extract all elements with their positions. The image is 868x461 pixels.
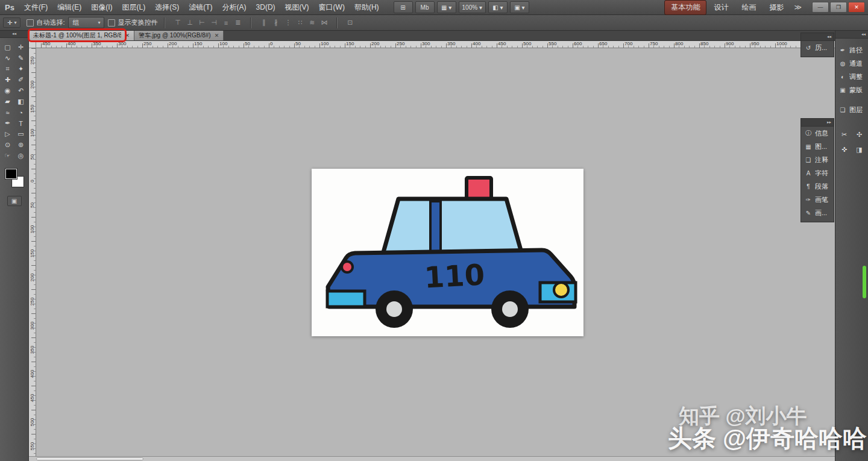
close-button[interactable]: ✕ bbox=[848, 2, 865, 13]
document-tab-police-car[interactable]: 警车.jpg @ 100%(RGB/8#) ✕ bbox=[134, 30, 224, 40]
menu-item[interactable]: 滤镜(T) bbox=[184, 0, 217, 15]
3d-rotate-tool[interactable]: ⊙ bbox=[1, 140, 14, 150]
app-bar-tool-button[interactable]: ▦ ▾ bbox=[437, 1, 456, 13]
align-icon-button[interactable]: ⊥ bbox=[184, 17, 195, 28]
pen-tool[interactable]: ✒ bbox=[1, 118, 14, 128]
distribute-icon-button[interactable]: ∦ bbox=[270, 17, 281, 28]
restore-button[interactable]: ❐ bbox=[830, 2, 847, 13]
workspace-essentials-button[interactable]: 基本功能 bbox=[664, 0, 706, 15]
history-brush-tool[interactable]: ↶ bbox=[14, 86, 28, 96]
blur-tool[interactable]: ≈ bbox=[1, 107, 14, 118]
document-image[interactable]: 110 bbox=[312, 169, 583, 336]
clone-stamp-tool[interactable]: ◉ bbox=[1, 86, 14, 96]
distribute-icon-button[interactable]: ⋈ bbox=[318, 17, 330, 28]
scrollbar-thumb[interactable] bbox=[36, 457, 143, 460]
menu-item[interactable]: 分析(A) bbox=[218, 0, 251, 15]
app-bar-tool-button[interactable]: ⊞ bbox=[394, 1, 413, 13]
rectangular-marquee-tool[interactable]: ▢ bbox=[1, 42, 14, 52]
menu-item[interactable]: 视图(V) bbox=[280, 0, 314, 15]
vertical-ruler[interactable]: 2502001501005005010015020025030035040045… bbox=[29, 48, 36, 456]
eyedropper-tool[interactable]: ✦ bbox=[14, 64, 28, 74]
collapsed-panel-icon-1[interactable]: ✂ bbox=[837, 128, 852, 140]
hand-tool[interactable]: ☞ bbox=[1, 151, 14, 161]
lasso-tool[interactable]: ∿ bbox=[1, 53, 14, 63]
align-icon-button[interactable]: ⊤ bbox=[172, 17, 183, 28]
panel-brush[interactable]: ✑ 画笔 bbox=[801, 193, 834, 206]
crop-tool[interactable]: ⌗ bbox=[1, 64, 14, 74]
toolbox-collapse-button[interactable]: ◂◂ bbox=[0, 30, 28, 38]
gradient-tool[interactable]: ◧ bbox=[14, 96, 28, 107]
auto-select-checkbox[interactable] bbox=[27, 19, 34, 27]
path-selection-tool[interactable]: ▷ bbox=[1, 129, 14, 139]
panel-brush-presets[interactable]: ✎ 画... bbox=[801, 206, 834, 219]
panel-tab-masks[interactable]: ▣ 蒙版 bbox=[835, 83, 868, 96]
close-tab-icon[interactable]: ✕ bbox=[125, 33, 130, 39]
3d-orbit-tool[interactable]: ⊛ bbox=[14, 140, 28, 150]
minimize-button[interactable]: — bbox=[812, 2, 829, 13]
app-bar-tool-button[interactable]: ▣ ▾ bbox=[510, 1, 529, 13]
type-tool[interactable]: T bbox=[14, 118, 28, 128]
canvas-area[interactable]: 110 bbox=[36, 48, 835, 456]
collapsed-panel-icon-2[interactable]: ✣ bbox=[852, 128, 867, 140]
app-bar-tool-button[interactable]: Mb bbox=[415, 1, 435, 13]
distribute-icon-button[interactable]: ≋ bbox=[306, 17, 318, 28]
dock-collapse-button[interactable]: ◂◂ bbox=[835, 30, 868, 39]
workspace-painting-button[interactable]: 绘画 bbox=[735, 1, 762, 14]
panel-history-button[interactable]: ↺ 历... bbox=[801, 41, 834, 54]
panel-character[interactable]: A 字符 bbox=[801, 166, 834, 180]
workspace-design-button[interactable]: 设计 bbox=[708, 1, 734, 14]
move-tool[interactable]: ✛ bbox=[14, 42, 28, 52]
foreground-color-swatch[interactable] bbox=[5, 169, 17, 179]
panel-info[interactable]: ⓘ 信息 bbox=[801, 127, 834, 140]
auto-align-icon-button[interactable]: ⊡ bbox=[344, 17, 356, 28]
menu-item[interactable]: 图像(I) bbox=[86, 0, 117, 15]
menu-item[interactable]: 选择(S) bbox=[150, 0, 184, 15]
show-transform-checkbox[interactable] bbox=[108, 19, 115, 27]
horizontal-ruler[interactable]: 4504003503002502001501005005010015020025… bbox=[36, 41, 835, 48]
menu-item[interactable]: 图层(L) bbox=[118, 0, 151, 15]
panel-paragraph[interactable]: ¶ 段落 bbox=[801, 180, 834, 193]
menu-item[interactable]: 文件(F) bbox=[19, 0, 52, 15]
ruler-origin-corner[interactable] bbox=[29, 41, 36, 48]
distribute-icon-button[interactable]: ∷ bbox=[294, 17, 306, 28]
scroll-indicator[interactable] bbox=[863, 266, 866, 298]
zoom-tool[interactable]: ◎ bbox=[14, 151, 28, 161]
collapsed-panel-icon-4[interactable]: ◨ bbox=[852, 143, 867, 155]
auto-select-scope-dropdown[interactable]: 组 ▾ bbox=[68, 17, 104, 28]
dodge-tool[interactable]: ◔ bbox=[14, 107, 28, 118]
workspace-more-button[interactable]: ≫ bbox=[791, 1, 805, 13]
panel-notes[interactable]: ❑ 注释 bbox=[801, 153, 834, 166]
align-icon-button[interactable]: ≣ bbox=[232, 17, 244, 28]
align-icon-button[interactable]: ≡ bbox=[220, 17, 231, 28]
workspace-photography-button[interactable]: 摄影 bbox=[763, 1, 790, 14]
menu-item[interactable]: 帮助(H) bbox=[350, 0, 384, 15]
align-icon-button[interactable]: ⊢ bbox=[196, 17, 207, 28]
panel-tab-adjustments[interactable]: ◐ 调整 bbox=[835, 70, 868, 83]
app-bar-tool-button[interactable]: ◧ ▾ bbox=[488, 1, 508, 13]
quick-mask-button[interactable]: ▣ bbox=[7, 196, 22, 206]
panel-tab-paths[interactable]: ✒ 路径 bbox=[835, 43, 868, 57]
panel-collapse-icon[interactable]: ▸▸ bbox=[801, 119, 834, 127]
current-tool-indicator[interactable]: ✛ ▾ bbox=[3, 17, 20, 28]
quick-selection-tool[interactable]: ✎ bbox=[14, 53, 28, 63]
brush-tool[interactable]: ✐ bbox=[14, 75, 28, 85]
eraser-tool[interactable]: ▰ bbox=[1, 96, 14, 107]
distribute-icon-button[interactable]: ∥ bbox=[258, 17, 269, 28]
distribute-icon-button[interactable]: ⋮ bbox=[282, 17, 294, 28]
close-tab-icon[interactable]: ✕ bbox=[215, 33, 219, 39]
menu-item[interactable]: 编辑(E) bbox=[52, 0, 86, 15]
horizontal-scrollbar[interactable] bbox=[29, 456, 835, 461]
panel-tab-layers[interactable]: ❏ 图层 bbox=[835, 103, 868, 116]
spot-healing-brush-tool[interactable]: ✚ bbox=[1, 75, 14, 85]
document-tab-untitled[interactable]: 未标题-1 @ 100%(图层 1, RGB/8) ✕ bbox=[29, 30, 134, 40]
menu-item[interactable]: 3D(D) bbox=[251, 0, 280, 15]
app-bar-tool-button[interactable]: 100% ▾ bbox=[459, 1, 486, 13]
panel-tab-channels[interactable]: ◍ 通道 bbox=[835, 57, 868, 70]
shape-tool[interactable]: ▭ bbox=[14, 129, 28, 139]
collapsed-panel-icon-3[interactable]: ✜ bbox=[837, 143, 852, 155]
floating-panel-group: ▸▸ ⓘ 信息 ▦ 图... ❑ 注释 A 字符 ¶ 段落 bbox=[800, 118, 834, 222]
menu-item[interactable]: 窗口(W) bbox=[314, 0, 350, 15]
align-icon-button[interactable]: ⊣ bbox=[208, 17, 219, 28]
panel-layer-comps[interactable]: ▦ 图... bbox=[801, 140, 834, 153]
panel-collapse-icon[interactable]: ◂◂ bbox=[801, 33, 834, 41]
